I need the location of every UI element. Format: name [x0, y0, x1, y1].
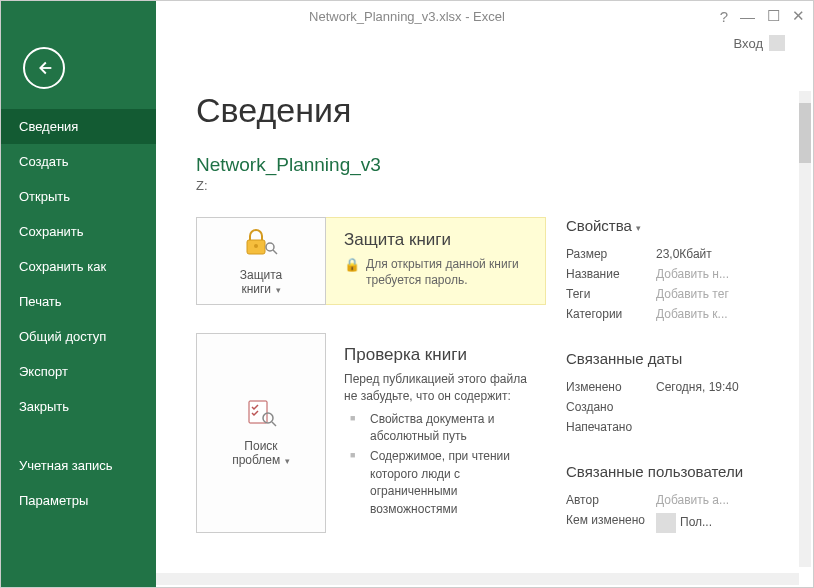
lock-small-icon: 🔒 [344, 256, 360, 274]
prop-title-input[interactable]: Добавить н... [656, 267, 729, 281]
prop-value-size: 23,0Кбайт [656, 247, 712, 261]
date-label: Создано [566, 400, 656, 414]
avatar-icon [656, 513, 676, 533]
properties-dropdown[interactable]: Свойства ▾ [566, 217, 641, 234]
chevron-down-icon: ▾ [273, 285, 281, 295]
properties-table: Размер23,0Кбайт НазваниеДобавить н... Те… [566, 244, 766, 324]
date-label: Напечатано [566, 420, 656, 434]
document-path: Z: [196, 178, 813, 193]
prop-categories-input[interactable]: Добавить к... [656, 307, 728, 321]
people-header: Связанные пользователи [566, 463, 743, 480]
sidebar-item-save-as[interactable]: Сохранить как [1, 249, 156, 284]
prop-label: Размер [566, 247, 656, 261]
page-title: Сведения [196, 91, 813, 130]
checklist-magnify-icon [244, 398, 278, 431]
sidebar-item-account[interactable]: Учетная запись [1, 448, 156, 483]
chevron-down-icon: ▾ [282, 456, 290, 466]
date-modified: Сегодня, 19:40 [656, 380, 739, 394]
author-input[interactable]: Добавить а... [656, 493, 729, 507]
sidebar-item-options[interactable]: Параметры [1, 483, 156, 518]
dates-table: ИзмененоСегодня, 19:40 Создано Напечатан… [566, 377, 766, 437]
svg-line-7 [272, 422, 276, 426]
sidebar-item-info[interactable]: Сведения [1, 109, 156, 144]
inspect-item: Свойства документа и абсолютный путь [358, 411, 528, 446]
sidebar-item-print[interactable]: Печать [1, 284, 156, 319]
dates-header: Связанные даты [566, 350, 682, 367]
date-label: Изменено [566, 380, 656, 394]
svg-point-2 [254, 244, 258, 248]
check-issues-panel: Проверка книги Перед публикацией этого ф… [326, 333, 546, 533]
people-label: Автор [566, 493, 656, 507]
sidebar-nav: Сведения Создать Открыть Сохранить Сохра… [1, 1, 156, 587]
svg-point-3 [266, 243, 274, 251]
sidebar-item-close[interactable]: Закрыть [1, 389, 156, 424]
sidebar-item-share[interactable]: Общий доступ [1, 319, 156, 354]
inspect-header: Проверка книги [344, 345, 528, 365]
content-area: Сведения Network_Planning_v3 Z: Защит [156, 1, 813, 587]
inspect-item: Содержимое, при чтении которого люди с о… [358, 448, 528, 518]
back-button[interactable] [23, 47, 65, 89]
lock-key-icon [244, 227, 278, 260]
horizontal-scrollbar[interactable] [156, 573, 799, 585]
document-name: Network_Planning_v3 [196, 154, 813, 176]
sidebar-item-new[interactable]: Создать [1, 144, 156, 179]
svg-line-4 [273, 250, 277, 254]
vertical-scrollbar[interactable] [799, 91, 811, 567]
prop-label: Категории [566, 307, 656, 321]
prop-label: Теги [566, 287, 656, 301]
prop-label: Название [566, 267, 656, 281]
sidebar-item-export[interactable]: Экспорт [1, 354, 156, 389]
last-modified-by: Пол... [656, 513, 712, 533]
sidebar-item-save[interactable]: Сохранить [1, 214, 156, 249]
people-label: Кем изменено [566, 513, 656, 533]
protect-workbook-panel: Защита книги 🔒 Для открытия данной книги… [326, 217, 546, 305]
people-table: АвторДобавить а... Кем измененоПол... [566, 490, 766, 536]
inspect-desc: Перед публикацией этого файла не забудьт… [344, 371, 528, 405]
protect-workbook-button[interactable]: Защита книги ▾ [196, 217, 326, 305]
chevron-down-icon: ▾ [634, 223, 642, 233]
prop-tags-input[interactable]: Добавить тег [656, 287, 729, 301]
protect-header: Защита книги [344, 230, 527, 250]
sidebar-item-open[interactable]: Открыть [1, 179, 156, 214]
check-issues-button[interactable]: Поиск проблем ▾ [196, 333, 326, 533]
protect-note: Для открытия данной книги требуется паро… [366, 256, 527, 288]
